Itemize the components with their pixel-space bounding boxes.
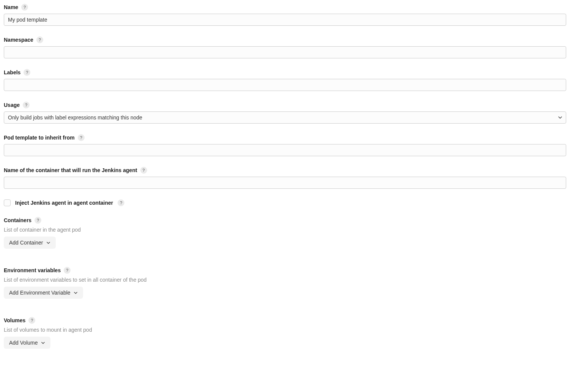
namespace-label-row: Namespace ? [4, 36, 566, 43]
namespace-label: Namespace [4, 37, 33, 43]
labels-input[interactable] [4, 79, 566, 91]
volumes-label: Volumes [4, 317, 25, 323]
env-vars-label: Environment variables [4, 267, 61, 273]
help-icon[interactable]: ? [140, 167, 147, 174]
containers-label: Containers [4, 217, 31, 223]
inject-agent-label: Inject Jenkins agent in agent container [15, 200, 113, 206]
jenkins-container-section: Name of the container that will run the … [4, 167, 566, 189]
env-vars-section: Environment variables ? List of environm… [4, 267, 566, 299]
help-icon[interactable]: ? [36, 36, 43, 43]
usage-label: Usage [4, 102, 20, 108]
namespace-input[interactable] [4, 46, 566, 58]
help-icon[interactable]: ? [78, 134, 85, 141]
containers-section: Containers ? List of container in the ag… [4, 217, 566, 249]
help-icon[interactable]: ? [24, 69, 30, 76]
jenkins-container-label-row: Name of the container that will run the … [4, 167, 566, 174]
name-label: Name [4, 4, 18, 10]
jenkins-container-label: Name of the container that will run the … [4, 167, 137, 173]
inherit-label: Pod template to inherit from [4, 135, 75, 141]
volumes-section: Volumes ? List of volumes to mount in ag… [4, 317, 566, 349]
volumes-description: List of volumes to mount in agent pod [4, 327, 566, 333]
add-env-var-button-label: Add Environment Variable [9, 290, 71, 296]
help-icon[interactable]: ? [23, 102, 30, 108]
env-vars-description: List of environment variables to set in … [4, 277, 566, 283]
jenkins-container-input[interactable] [4, 177, 566, 189]
help-icon[interactable]: ? [21, 4, 28, 11]
chevron-down-icon [41, 341, 45, 345]
labels-label-row: Labels ? [4, 69, 566, 76]
usage-label-row: Usage ? [4, 102, 566, 108]
labels-section: Labels ? [4, 69, 566, 91]
inherit-input[interactable] [4, 144, 566, 156]
chevron-down-icon [46, 241, 50, 245]
name-label-row: Name ? [4, 4, 566, 11]
inject-agent-row: Inject Jenkins agent in agent container … [4, 199, 566, 206]
inherit-section: Pod template to inherit from ? [4, 134, 566, 156]
inherit-label-row: Pod template to inherit from ? [4, 134, 566, 141]
name-input[interactable] [4, 14, 566, 26]
chevron-down-icon [74, 291, 78, 295]
namespace-section: Namespace ? [4, 36, 566, 58]
add-volume-button[interactable]: Add Volume [4, 337, 50, 349]
labels-label: Labels [4, 69, 20, 75]
inject-agent-checkbox[interactable] [4, 199, 11, 206]
volumes-label-row: Volumes ? [4, 317, 566, 324]
usage-select[interactable]: Only build jobs with label expressions m… [4, 111, 566, 124]
usage-select-wrapper: Only build jobs with label expressions m… [4, 111, 566, 124]
add-container-button-label: Add Container [9, 240, 43, 246]
inject-agent-section: Inject Jenkins agent in agent container … [4, 199, 566, 206]
containers-label-row: Containers ? [4, 217, 566, 224]
env-vars-label-row: Environment variables ? [4, 267, 566, 274]
help-icon[interactable]: ? [64, 267, 71, 274]
containers-description: List of container in the agent pod [4, 227, 566, 233]
add-env-var-button[interactable]: Add Environment Variable [4, 287, 83, 299]
help-icon[interactable]: ? [118, 199, 124, 206]
name-section: Name ? [4, 4, 566, 26]
add-volume-button-label: Add Volume [9, 340, 38, 346]
usage-section: Usage ? Only build jobs with label expre… [4, 102, 566, 124]
add-container-button[interactable]: Add Container [4, 237, 56, 249]
help-icon[interactable]: ? [35, 217, 41, 224]
help-icon[interactable]: ? [28, 317, 35, 324]
